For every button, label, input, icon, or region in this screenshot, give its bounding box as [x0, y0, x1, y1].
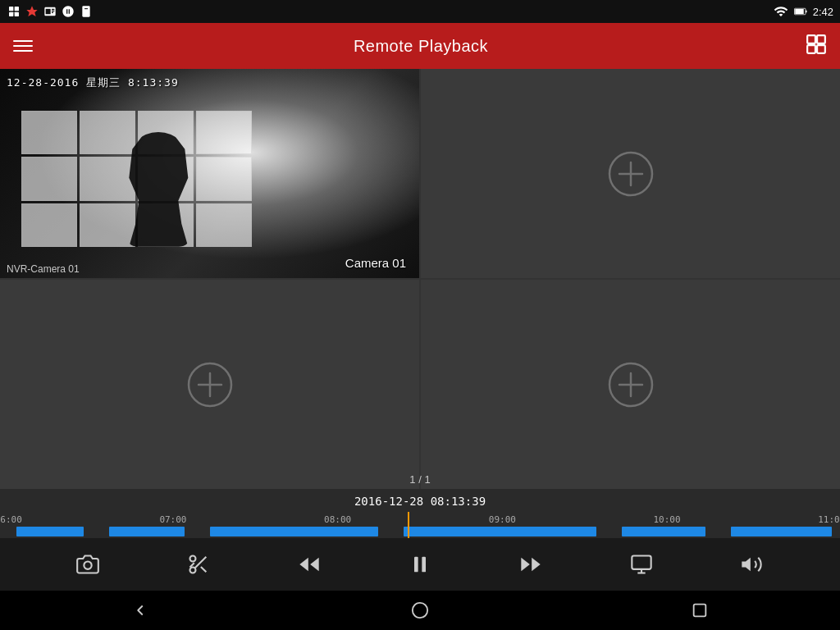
- clip-button[interactable]: [179, 545, 218, 584]
- notification1-icon: [7, 4, 21, 19]
- timeline-segment: [16, 527, 84, 536]
- recent-button[interactable]: [680, 594, 719, 627]
- svg-marker-33: [532, 558, 541, 571]
- camera-grid: 12-28-2016 星期三 8:13:39 Camera 01 NVR-Cam…: [0, 69, 840, 489]
- svg-rect-31: [414, 557, 418, 573]
- timeline-cursor: [408, 512, 409, 538]
- cam1-nvr-label: NVR-Camera 01: [7, 263, 80, 275]
- svg-rect-2: [9, 12, 13, 16]
- home-button[interactable]: [400, 594, 440, 627]
- svg-rect-10: [807, 35, 815, 43]
- timeline-bar[interactable]: [0, 527, 840, 536]
- notification3-icon: [43, 4, 57, 19]
- timeline-datetime: 2016-12-28 08:13:39: [354, 495, 486, 508]
- svg-point-24: [190, 556, 196, 562]
- svg-marker-34: [521, 558, 530, 571]
- rewind-button[interactable]: [290, 545, 329, 584]
- svg-rect-13: [817, 45, 825, 53]
- status-bar: 2:42: [0, 0, 840, 23]
- timeline-header: 2016-12-28 08:13:39: [0, 489, 840, 512]
- camera-cell-1[interactable]: 12-28-2016 星期三 8:13:39 Camera 01 NVR-Cam…: [0, 69, 419, 278]
- grid-wrapper: 12-28-2016 星期三 8:13:39 Camera 01 NVR-Cam…: [0, 69, 840, 489]
- window-bar: [80, 203, 135, 247]
- svg-rect-1: [15, 7, 19, 11]
- svg-rect-3: [15, 12, 19, 16]
- svg-line-27: [201, 567, 206, 572]
- timeline-label: 08:00: [324, 514, 351, 525]
- svg-marker-30: [310, 558, 319, 571]
- svg-rect-9: [806, 11, 807, 13]
- timeline-area[interactable]: 2016-12-28 08:13:39 06:0007:0008:0009:00…: [0, 489, 840, 538]
- svg-rect-8: [795, 9, 804, 14]
- pause-button[interactable]: [400, 545, 440, 584]
- window-bar: [80, 111, 135, 154]
- notification4-icon: [61, 4, 75, 19]
- svg-marker-29: [299, 558, 308, 571]
- notification5-icon: [79, 4, 94, 19]
- status-icons-right: 2:42: [774, 4, 833, 19]
- volume-button[interactable]: [732, 545, 771, 584]
- svg-rect-32: [422, 557, 426, 573]
- status-icons-left: [7, 4, 94, 19]
- timeline-label: 09:00: [489, 514, 516, 525]
- svg-rect-11: [817, 35, 825, 43]
- timeline-label: 07:00: [159, 514, 186, 525]
- multiscreen-button[interactable]: [622, 545, 661, 584]
- timeline-label: 11:00: [818, 514, 840, 525]
- window-bar: [80, 157, 135, 200]
- camera-cell-4[interactable]: [421, 280, 840, 489]
- window-bar: [196, 203, 252, 247]
- window-bar: [196, 111, 252, 154]
- svg-marker-4: [26, 6, 37, 16]
- svg-point-25: [190, 568, 196, 573]
- cam1-label: Camera 01: [345, 256, 406, 270]
- camera-cell-2[interactable]: [421, 69, 840, 278]
- timeline-segment: [404, 527, 597, 536]
- app-title: Remote Playback: [354, 37, 488, 56]
- fastforward-button[interactable]: [511, 545, 550, 584]
- controls-bar: [0, 538, 840, 591]
- layout-button[interactable]: [806, 34, 827, 59]
- app-bar: Remote Playback: [0, 23, 840, 69]
- cctv-silhouette: [126, 132, 191, 247]
- timeline-track[interactable]: 06:0007:0008:0009:0010:0011:00: [0, 512, 840, 538]
- timeline-segment: [210, 527, 378, 536]
- timeline-segment: [622, 527, 705, 536]
- svg-point-23: [84, 562, 92, 569]
- camera-cell-3[interactable]: [0, 280, 419, 489]
- timeline-label: 06:00: [0, 514, 22, 525]
- add-camera-2-icon[interactable]: [606, 149, 655, 199]
- add-camera-3-icon[interactable]: [185, 360, 235, 409]
- window-bar: [21, 157, 77, 200]
- timeline-labels: 06:0007:0008:0009:0010:0011:00: [0, 512, 840, 527]
- svg-point-37: [413, 603, 427, 618]
- svg-rect-0: [9, 7, 13, 11]
- window-bar: [21, 111, 77, 154]
- timeline-label: 10:00: [653, 514, 680, 525]
- notification2-icon: [25, 4, 39, 19]
- timeline-segment: [731, 527, 832, 536]
- back-button[interactable]: [121, 594, 160, 627]
- menu-button[interactable]: [13, 40, 36, 52]
- svg-rect-38: [694, 605, 706, 617]
- window-bar: [21, 203, 77, 247]
- svg-rect-35: [632, 556, 651, 569]
- wifi-icon: [774, 4, 788, 19]
- nav-bar: [0, 591, 840, 630]
- timeline-segment: [109, 527, 185, 536]
- svg-line-26: [195, 557, 207, 568]
- window-bar: [196, 157, 252, 200]
- cam1-timestamp: 12-28-2016 星期三 8:13:39: [7, 75, 179, 90]
- battery-icon: [793, 4, 808, 19]
- screenshot-button[interactable]: [68, 545, 107, 584]
- clock: 2:42: [813, 6, 833, 18]
- svg-rect-5: [82, 6, 89, 16]
- svg-rect-12: [807, 45, 815, 53]
- svg-marker-36: [742, 558, 751, 571]
- add-camera-4-icon[interactable]: [606, 360, 655, 409]
